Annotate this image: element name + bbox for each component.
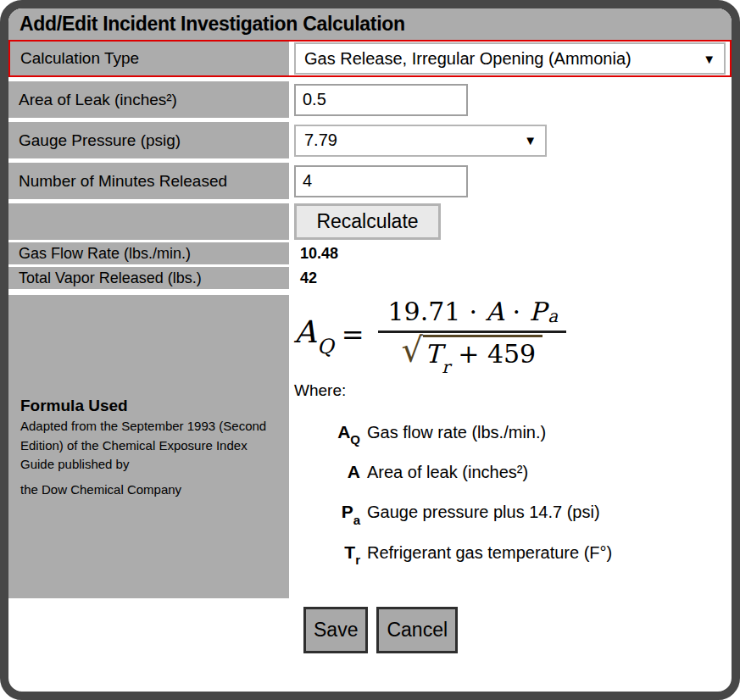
square-root-icon: √ bbox=[402, 333, 424, 367]
variable-definition: Gas flow rate (lbs./min.) bbox=[367, 423, 546, 442]
total-vapor-released-field: 42 bbox=[294, 267, 732, 289]
equation-denominator: √Tr + 459 bbox=[378, 333, 567, 373]
variable-symbol: Pa bbox=[294, 502, 367, 525]
variable-symbol: Tr bbox=[294, 542, 367, 565]
gas-flow-rate-value: 10.48 bbox=[294, 245, 338, 263]
dialog-title: Add/Edit Incident Investigation Calculat… bbox=[8, 8, 732, 40]
row-recalculate: Recalculate bbox=[8, 203, 732, 240]
equation-numerator: 19.71·A·Pa bbox=[378, 297, 567, 333]
recalculate-button[interactable]: Recalculate bbox=[294, 203, 441, 240]
total-vapor-released-value: 42 bbox=[294, 269, 317, 287]
cancel-button[interactable]: Cancel bbox=[376, 607, 458, 653]
equation-equals: = bbox=[342, 319, 364, 351]
row-minutes-released: Number of Minutes Released bbox=[8, 163, 732, 199]
calculation-form: Calculation Type Gas Release, Irregular … bbox=[8, 40, 732, 598]
calculation-type-field: Gas Release, Irregular Opening (Ammonia)… bbox=[294, 42, 730, 75]
calculation-type-label: Calculation Type bbox=[10, 42, 289, 75]
equation-fraction: 19.71·A·Pa √Tr + 459 bbox=[378, 297, 567, 373]
minutes-released-field bbox=[294, 163, 732, 199]
chevron-down-icon: ▼ bbox=[703, 52, 715, 66]
formula-equation: AQ = 19.71·A·Pa √Tr + 459 bbox=[294, 297, 566, 373]
variable-definition: Area of leak (inches²) bbox=[367, 463, 528, 482]
where-label: Where: bbox=[294, 381, 346, 400]
chevron-down-icon: ▼ bbox=[524, 133, 537, 147]
recalculate-empty-label bbox=[8, 203, 289, 240]
row-calculation-type: Calculation Type Gas Release, Irregular … bbox=[8, 40, 732, 77]
save-button[interactable]: Save bbox=[303, 607, 368, 653]
add-edit-calculation-dialog: Add/Edit Incident Investigation Calculat… bbox=[0, 0, 740, 700]
gas-flow-rate-field: 10.48 bbox=[294, 242, 732, 264]
equation-lhs: AQ bbox=[294, 314, 333, 354]
variable-symbol: A bbox=[294, 462, 367, 485]
variable-row-pa: Pa Gauge pressure plus 14.7 (psi) bbox=[294, 502, 612, 525]
gauge-pressure-selected-value: 7.79 bbox=[304, 131, 517, 150]
gauge-pressure-field: 7.79 ▼ bbox=[294, 122, 732, 158]
minutes-released-input[interactable] bbox=[294, 165, 468, 197]
variable-row-a: A Area of leak (inches²) bbox=[294, 462, 612, 485]
formula-used-cell: Formula Used Adapted from the September … bbox=[8, 295, 289, 598]
variable-symbol: AQ bbox=[294, 422, 367, 445]
dialog-button-bar: Save Cancel bbox=[303, 607, 732, 653]
formula-display-area: AQ = 19.71·A·Pa √Tr + 459 Where: AQ Gas … bbox=[294, 295, 732, 598]
gas-flow-rate-label: Gas Flow Rate (lbs./min.) bbox=[8, 242, 289, 264]
gauge-pressure-label: Gauge Pressure (psig) bbox=[8, 122, 289, 158]
row-gas-flow-rate: Gas Flow Rate (lbs./min.) 10.48 bbox=[8, 242, 732, 264]
row-total-vapor-released: Total Vapor Released (lbs.) 42 bbox=[8, 267, 732, 289]
row-area-of-leak: Area of Leak (inches²) bbox=[8, 81, 732, 118]
variable-definition: Gauge pressure plus 14.7 (psi) bbox=[367, 503, 600, 522]
calculation-type-selected-value: Gas Release, Irregular Opening (Ammonia) bbox=[304, 49, 696, 69]
variable-definitions-list: AQ Gas flow rate (lbs./min.) A Area of l… bbox=[294, 422, 612, 582]
formula-used-description-2: the Dow Chemical Company bbox=[20, 482, 181, 497]
gauge-pressure-select[interactable]: 7.79 ▼ bbox=[294, 125, 547, 157]
calculation-type-select[interactable]: Gas Release, Irregular Opening (Ammonia)… bbox=[294, 42, 726, 75]
area-of-leak-label: Area of Leak (inches²) bbox=[8, 81, 289, 118]
total-vapor-released-label: Total Vapor Released (lbs.) bbox=[8, 267, 289, 289]
row-formula-used: Formula Used Adapted from the September … bbox=[8, 295, 732, 598]
minutes-released-label: Number of Minutes Released bbox=[8, 163, 289, 199]
equation-radicand: Tr + 459 bbox=[423, 335, 542, 373]
variable-definition: Refrigerant gas temperature (F°) bbox=[367, 543, 612, 563]
variable-row-aq: AQ Gas flow rate (lbs./min.) bbox=[294, 422, 612, 445]
area-of-leak-field bbox=[294, 81, 732, 118]
row-gauge-pressure: Gauge Pressure (psig) 7.79 ▼ bbox=[8, 122, 732, 158]
area-of-leak-input[interactable] bbox=[294, 84, 468, 116]
variable-row-tr: Tr Refrigerant gas temperature (F°) bbox=[294, 542, 612, 565]
formula-used-description: Adapted from the September 1993 (Second … bbox=[20, 417, 277, 475]
formula-used-heading: Formula Used bbox=[20, 397, 128, 415]
recalculate-field: Recalculate bbox=[294, 203, 732, 240]
